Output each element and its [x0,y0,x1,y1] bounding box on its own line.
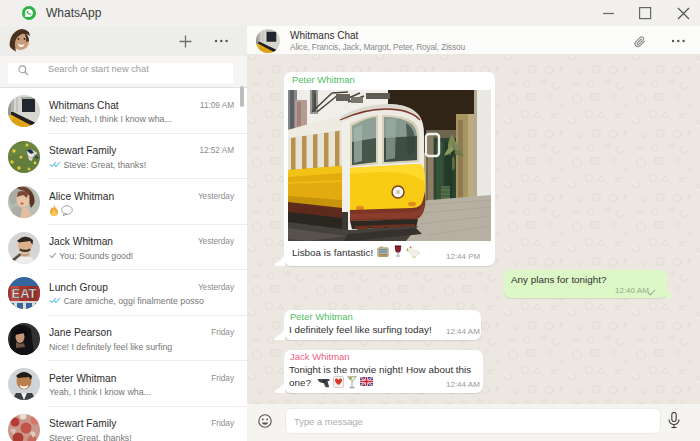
svg-text:EAT: EAT [11,286,36,301]
